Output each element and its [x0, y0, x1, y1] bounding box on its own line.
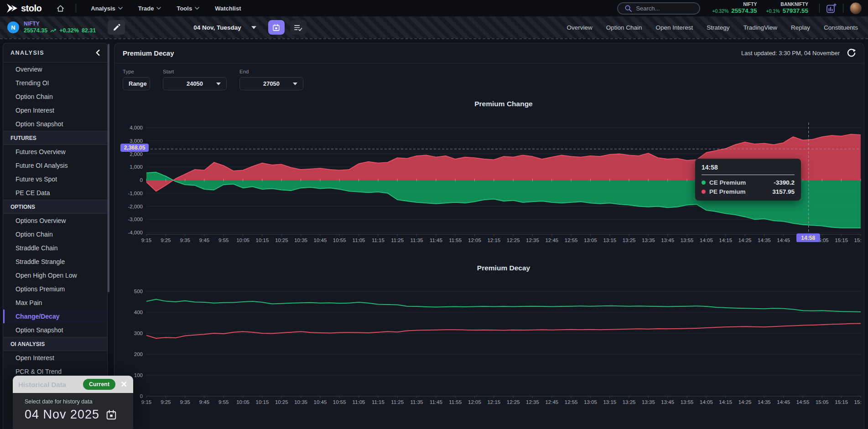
brand-logo[interactable]: stolo — [6, 3, 42, 14]
search-icon — [624, 5, 632, 12]
edit-symbol-button[interactable] — [108, 20, 125, 35]
type-value: Range — [129, 80, 147, 87]
sidebar-card: ANALYSIS OverviewTrending OIOption Chain… — [3, 43, 108, 429]
date-picker[interactable]: 04 Nov 2025 — [25, 408, 133, 422]
close-icon[interactable]: × — [120, 379, 128, 389]
start-filter: Start 24050 — [163, 69, 227, 90]
svg-text:10:15: 10:15 — [256, 399, 269, 405]
svg-text:14:25: 14:25 — [738, 238, 752, 243]
svg-text:0: 0 — [140, 177, 143, 183]
sidebar-title: ANALYSIS — [10, 50, 44, 56]
ticker-banknifty[interactable]: BANKNIFTY+0.1%57937.55 — [766, 1, 808, 15]
sidebar-item-overview[interactable]: Overview — [3, 62, 107, 76]
svg-text:11:35: 11:35 — [411, 399, 423, 405]
sidebar-item-options-overview[interactable]: Options Overview — [3, 214, 107, 227]
sidebar-item-option-chain[interactable]: Option Chain — [3, 90, 107, 103]
svg-text:500: 500 — [134, 289, 143, 294]
sidebar-item-straddle-strangle[interactable]: Straddle Strangle — [3, 255, 107, 269]
sidebar-item-open-interest[interactable]: Open Interest — [3, 351, 107, 365]
sidebar-item-future-oi-analysis[interactable]: Future OI Analysis — [3, 159, 107, 172]
user-avatar[interactable] — [850, 2, 862, 14]
sidebar-item-trending-oi[interactable]: Trending OI — [3, 76, 107, 90]
sidebar-item-open-high-open-low[interactable]: Open High Open Low — [3, 269, 107, 282]
svg-text:9:35: 9:35 — [180, 238, 190, 243]
refresh-button[interactable] — [847, 49, 856, 57]
sidebar-item-future-vs-spot[interactable]: Future vs Spot — [3, 172, 107, 186]
symbol-price: 25574.35 — [24, 27, 47, 34]
svg-text:12:05: 12:05 — [468, 238, 481, 243]
svg-text:10:25: 10:25 — [275, 399, 288, 405]
tab-open-interest[interactable]: Open Interest — [656, 24, 693, 31]
nav-item-tools[interactable]: Tools — [177, 5, 199, 12]
calendar-button[interactable] — [268, 20, 285, 35]
nav-item-watchlist[interactable]: Watchlist — [215, 5, 241, 12]
sidebar-item-max-pain[interactable]: Max Pain — [3, 296, 107, 310]
svg-text:9:25: 9:25 — [161, 238, 171, 243]
sidebar-items: OverviewTrending OIOption ChainOpen Inte… — [3, 62, 107, 429]
sidebar-header: ANALYSIS — [3, 43, 107, 62]
current-button[interactable]: Current — [83, 379, 115, 390]
sidebar-item-futures-overview[interactable]: Futures Overview — [3, 145, 107, 159]
svg-text:15:25: 15:25 — [854, 399, 862, 405]
svg-text:200: 200 — [134, 351, 143, 357]
tab-overview[interactable]: Overview — [567, 24, 592, 31]
sidebar-item-change-decay[interactable]: Change/Decay — [3, 310, 107, 323]
sidebar: ANALYSIS OverviewTrending OIOption Chain… — [0, 39, 109, 429]
symbol-info[interactable]: NIFTY 25574.35 +0.32% 82.31 — [24, 21, 96, 34]
chevron-left-icon[interactable] — [96, 50, 100, 56]
end-label: End — [239, 69, 303, 74]
premium-decay-chart[interactable]: 50040030020010009:159:259:359:459:5510:0… — [118, 280, 862, 417]
type-label: Type — [123, 69, 150, 74]
sidebar-item-option-snapshot[interactable]: Option Snapshot — [3, 323, 107, 337]
svg-text:14:25: 14:25 — [738, 399, 752, 405]
selected-date: 04 Nov 2025 — [25, 408, 99, 422]
svg-text:9:35: 9:35 — [180, 399, 190, 405]
divider — [819, 4, 820, 13]
sidebar-item-options-premium[interactable]: Options Premium — [3, 282, 107, 296]
type-select[interactable]: Range — [123, 77, 150, 90]
search-input[interactable]: Search... — [617, 2, 700, 15]
sidebar-scrollbar[interactable] — [108, 44, 109, 292]
home-button[interactable] — [52, 2, 69, 15]
svg-text:13:05: 13:05 — [584, 238, 597, 243]
symbol-change-pts: 82.31 — [82, 27, 96, 34]
svg-text:13:55: 13:55 — [681, 238, 694, 243]
svg-text:11:25: 11:25 — [391, 399, 404, 405]
svg-text:12:15: 12:15 — [487, 238, 500, 243]
add-chart-button[interactable] — [826, 3, 837, 14]
svg-text:9:55: 9:55 — [218, 399, 229, 405]
sidebar-item-option-snapshot[interactable]: Option Snapshot — [3, 117, 107, 131]
sidebar-item-open-interest[interactable]: Open Interest — [3, 103, 107, 117]
svg-text:13:25: 13:25 — [623, 238, 636, 243]
date-dropdown[interactable]: 04 Nov, Tuesday — [193, 24, 256, 31]
watchlist-toggle-button[interactable] — [290, 20, 307, 35]
tab-option-chain[interactable]: Option Chain — [606, 24, 642, 31]
brand-name: stolo — [21, 3, 42, 14]
ticker-nifty[interactable]: NIFTY+0.32%25574.35 — [712, 1, 757, 15]
search-placeholder: Search... — [636, 5, 660, 12]
svg-text:14:05: 14:05 — [700, 238, 713, 243]
svg-text:-1,000: -1,000 — [128, 191, 143, 196]
svg-text:12:35: 12:35 — [526, 399, 539, 405]
svg-text:10:35: 10:35 — [294, 238, 307, 243]
svg-text:10:15: 10:15 — [256, 238, 269, 243]
content-area: ANALYSIS OverviewTrending OIOption Chain… — [0, 38, 868, 429]
svg-text:11:45: 11:45 — [430, 399, 442, 405]
symbol-tabs: OverviewOption ChainOpen InterestStrateg… — [567, 24, 858, 31]
sidebar-item-pe-ce-data[interactable]: PE CE Data — [3, 186, 107, 200]
sidebar-item-straddle-chain[interactable]: Straddle Chain — [3, 241, 107, 255]
chevron-down-icon — [156, 7, 161, 10]
tab-tradingview[interactable]: TradingView — [743, 24, 777, 31]
tab-strategy[interactable]: Strategy — [707, 24, 729, 31]
tab-constituents[interactable]: Constituents — [824, 24, 858, 31]
svg-text:400: 400 — [134, 310, 143, 315]
tab-replay[interactable]: Replay — [791, 24, 810, 31]
nav-item-analysis[interactable]: Analysis — [91, 5, 122, 12]
nav-item-trade[interactable]: Trade — [138, 5, 161, 12]
svg-text:14:35: 14:35 — [758, 399, 771, 405]
start-select[interactable]: 24050 — [163, 77, 227, 90]
calendar-icon — [272, 24, 280, 31]
sidebar-item-option-chain[interactable]: Option Chain — [3, 227, 107, 241]
refresh-icon — [847, 49, 856, 57]
end-select[interactable]: 27050 — [239, 77, 303, 90]
